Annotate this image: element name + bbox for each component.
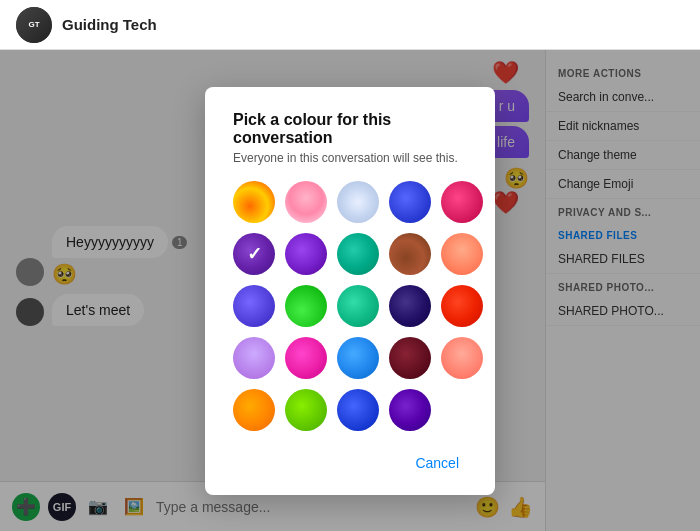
color-circle-purple-check[interactable] xyxy=(233,233,275,275)
dialog-subtitle: Everyone in this conversation will see t… xyxy=(233,151,467,165)
color-circle-fire[interactable] xyxy=(233,181,275,223)
color-circle-pink-hot[interactable] xyxy=(441,181,483,223)
color-circle-lavender[interactable] xyxy=(233,337,275,379)
color-circle-lime[interactable] xyxy=(285,389,327,431)
color-circle-dark-purple[interactable] xyxy=(389,285,431,327)
color-circle-red-orange[interactable] xyxy=(441,285,483,327)
color-circle-green-teal[interactable] xyxy=(337,285,379,327)
color-circle-pink-soft[interactable] xyxy=(285,181,327,223)
color-circle-orange[interactable] xyxy=(233,389,275,431)
color-circle-blue-dark[interactable] xyxy=(389,181,431,223)
color-circle-dark-red[interactable] xyxy=(389,337,431,379)
color-circle-peach[interactable] xyxy=(441,233,483,275)
color-circle-green-bright[interactable] xyxy=(285,285,327,327)
color-circle-violet[interactable] xyxy=(389,389,431,431)
dialog-footer: Cancel xyxy=(233,451,467,475)
color-circle-deep-purple[interactable] xyxy=(285,233,327,275)
color-circle-cyan[interactable] xyxy=(337,337,379,379)
color-grid xyxy=(233,181,467,431)
color-circle-salmon[interactable] xyxy=(441,337,483,379)
avatar: GT xyxy=(16,7,52,43)
dialog-overlay: Pick a colour for this conversation Ever… xyxy=(0,50,700,531)
color-circle-cloud[interactable] xyxy=(337,181,379,223)
color-circle-blue-med[interactable] xyxy=(337,389,379,431)
app-header: GT Guiding Tech xyxy=(0,0,700,50)
color-circle-magenta[interactable] xyxy=(285,337,327,379)
color-circle-brown-red[interactable] xyxy=(389,233,431,275)
app-title: Guiding Tech xyxy=(62,16,157,33)
color-circle-blue-purple[interactable] xyxy=(233,285,275,327)
dialog-title: Pick a colour for this conversation xyxy=(233,111,467,147)
color-picker-dialog: Pick a colour for this conversation Ever… xyxy=(205,87,495,495)
color-circle-teal[interactable] xyxy=(337,233,379,275)
cancel-button[interactable]: Cancel xyxy=(407,451,467,475)
